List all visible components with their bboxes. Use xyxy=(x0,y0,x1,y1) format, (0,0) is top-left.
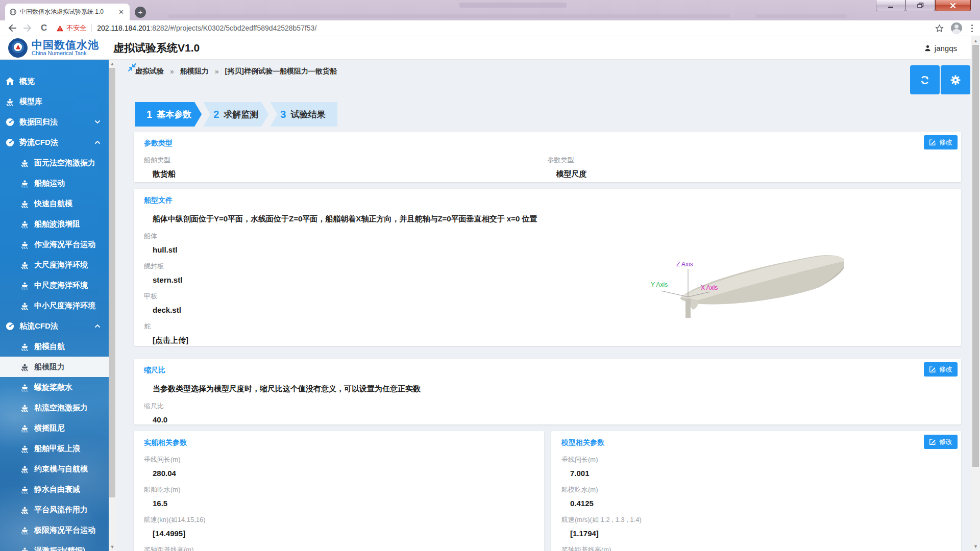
sidebar-scrollbar-thumb[interactable] xyxy=(109,68,115,497)
panel-title: 模型相关参数 xyxy=(561,438,951,447)
field-label: 垂线间长(m) xyxy=(144,455,534,464)
new-tab-button[interactable]: + xyxy=(135,7,146,18)
window-restore-button[interactable] xyxy=(905,0,935,11)
sidebar-item-model-library[interactable]: 模型库 xyxy=(0,91,109,112)
sidebar-item[interactable]: 约束模与自航模 xyxy=(0,459,109,479)
not-secure-warning-icon xyxy=(56,24,64,32)
url-separator xyxy=(91,24,92,32)
breadcrumb-separator: » xyxy=(170,67,174,76)
breadcrumb-virtual-test[interactable]: 虚拟试验 xyxy=(135,67,164,76)
field-label: 船体 xyxy=(144,232,951,241)
logo-cn: 中国数值水池 xyxy=(32,39,99,51)
sidebar-group-potential-cfd[interactable]: 势流CFD法 xyxy=(0,132,109,153)
sidebar-item[interactable]: 极限海况平台运动 xyxy=(0,520,109,540)
chevron-down-icon xyxy=(94,119,101,125)
tab-test-results[interactable]: 3 试验结果 xyxy=(270,102,337,127)
field-label: 航速(m/s)(如 1.2 , 1.3 , 1.4) xyxy=(561,515,951,524)
tab-title: 中国数值水池虚拟试验系统 1.0 xyxy=(20,8,114,16)
sidebar-item[interactable]: 快速自航模 xyxy=(0,193,109,214)
logo-en: China Numerical Tank xyxy=(32,51,99,57)
sidebar-group-viscous-cfd[interactable]: 粘流CFD法 xyxy=(0,316,109,336)
tab-close-icon[interactable]: ✕ xyxy=(117,8,126,16)
chevron-up-icon xyxy=(94,323,101,329)
field-value: 7.001 xyxy=(570,469,951,478)
background-window-ribbon-blur xyxy=(168,14,730,18)
page-scrollbar[interactable]: ▲ ▼ xyxy=(971,36,980,551)
breadcrumb-separator: » xyxy=(215,67,219,76)
username: jangqs xyxy=(935,44,957,53)
sidebar-item[interactable]: 中小尺度海洋环境 xyxy=(0,295,109,316)
sidebar-item[interactable]: 静水自由衰减 xyxy=(0,479,109,499)
sidebar-item[interactable]: 涡激振动(精细) xyxy=(0,540,109,551)
field-label: 缩尺比 xyxy=(144,402,951,411)
field-label: 桨轴距基线高(m) xyxy=(561,545,951,551)
scroll-down-icon[interactable]: ▼ xyxy=(971,543,980,550)
sidebar-item[interactable]: 横摇阻尼 xyxy=(0,418,109,438)
sidebar-group-data-regression[interactable]: 数据回归法 xyxy=(0,112,109,132)
panel-title: 参数类型 xyxy=(144,139,951,148)
cnt-logo xyxy=(8,38,28,58)
field-value: 16.5 xyxy=(153,499,534,508)
sidebar-item[interactable]: 面元法空泡激振力 xyxy=(0,153,109,173)
sidebar-item[interactable]: 粘流空泡激振力 xyxy=(0,397,109,418)
panel-description: 当参数类型选择为模型尺度时，缩尺比这个值没有意义，可以设置为任意正实数 xyxy=(153,384,951,394)
sidebar-item[interactable]: 船舶波浪增阻 xyxy=(0,214,109,234)
upload-link[interactable]: [点击上传] xyxy=(153,336,951,345)
edit-button[interactable]: 修改 xyxy=(924,135,958,149)
edit-icon xyxy=(929,139,936,146)
breadcrumb-current-test: [拷贝]样例试验—船模阻力—散货船 xyxy=(225,67,337,76)
window-controls xyxy=(876,0,971,11)
sidebar-item-overview[interactable]: 概览 xyxy=(0,71,109,91)
panel-title: 实船相关参数 xyxy=(144,438,534,447)
field-label: 垂线间长(m) xyxy=(561,455,951,464)
refresh-button[interactable] xyxy=(910,65,940,94)
back-icon[interactable] xyxy=(7,24,16,32)
sidebar-item[interactable]: 船模自航 xyxy=(0,336,109,357)
field-value: 0.4125 xyxy=(570,499,951,508)
settings-button[interactable] xyxy=(941,65,970,94)
x-axis-label: X Axis xyxy=(701,284,718,291)
page-scrollbar-thumb[interactable] xyxy=(972,45,979,467)
window-minimize-button[interactable] xyxy=(876,0,905,11)
field-value: 40.0 xyxy=(153,415,951,424)
user-menu[interactable]: jangqs xyxy=(924,36,957,60)
scroll-up-icon[interactable]: ▲ xyxy=(971,37,980,44)
address-bar[interactable]: 不安全 202.118.184.201:8282/#/projects/K030… xyxy=(56,23,935,33)
sidebar-item-ship-model-resistance[interactable]: 船模阻力 xyxy=(0,357,109,377)
browser-profile-avatar[interactable] xyxy=(951,22,962,34)
field-value: 模型尺度 xyxy=(556,169,951,179)
edit-button[interactable]: 修改 xyxy=(924,435,958,449)
breadcrumb-ship-resistance[interactable]: 船模阻力 xyxy=(180,67,209,76)
field-value: 散货船 xyxy=(153,169,548,179)
field-label: 航速(kn)(如14,15,16) xyxy=(144,515,534,524)
url-host: 202.118.184.201 xyxy=(97,24,150,32)
panel-param-type: 参数类型 修改 船舶类型 散货船 参数类型 模型尺度 xyxy=(134,132,961,182)
sidebar-item[interactable]: 中尺度海洋环境 xyxy=(0,275,109,295)
tab-basic-params[interactable]: 1 基本参数 xyxy=(135,102,202,127)
bookmark-star-icon[interactable] xyxy=(935,24,944,33)
browser-menu-icon[interactable] xyxy=(969,24,975,32)
edit-button[interactable]: 修改 xyxy=(924,362,958,377)
sidebar-item[interactable]: 船舶运动 xyxy=(0,173,109,193)
forward-icon[interactable] xyxy=(23,24,33,32)
screen: 中国数值水池虚拟试验系统 1.0 ✕ + C 不安全 xyxy=(0,0,980,551)
edit-icon xyxy=(929,366,936,373)
breadcrumb: 虚拟试验 » 船模阻力 » [拷贝]样例试验—船模阻力—散货船 xyxy=(135,67,337,76)
sidebar-item[interactable]: 作业海况平台运动 xyxy=(0,234,109,255)
scroll-up-icon[interactable]: ▲ xyxy=(109,60,116,67)
reload-icon[interactable]: C xyxy=(41,23,47,33)
url-path: :8282/#/projects/K0302/5cbd2edff589d4252… xyxy=(150,24,316,32)
z-axis-label: Z Axis xyxy=(676,261,693,268)
sidebar-item[interactable]: 平台风流作用力 xyxy=(0,499,109,520)
browser-tab[interactable]: 中国数值水池虚拟试验系统 1.0 ✕ xyxy=(5,4,130,20)
sidebar-item[interactable]: 大尺度海洋环境 xyxy=(0,255,109,275)
scroll-down-icon[interactable]: ▼ xyxy=(109,543,116,550)
sidebar-scrollbar[interactable]: ▲ ▼ xyxy=(109,60,116,551)
gear-icon xyxy=(950,74,961,86)
sidebar-item[interactable]: 船舶甲板上浪 xyxy=(0,438,109,459)
tab-solve-monitor[interactable]: 2 求解监测 xyxy=(203,102,268,127)
ship-3d-preview: Z Axis Y Axis X Axis xyxy=(650,246,844,322)
sidebar-item[interactable]: 螺旋桨敞水 xyxy=(0,377,109,397)
window-close-button[interactable] xyxy=(935,0,971,11)
panel-description: 船体中纵剖面位于Y=0平面，水线面位于Z=0平面，船艏朝着X轴正方向，并且舵轴与… xyxy=(153,214,951,224)
